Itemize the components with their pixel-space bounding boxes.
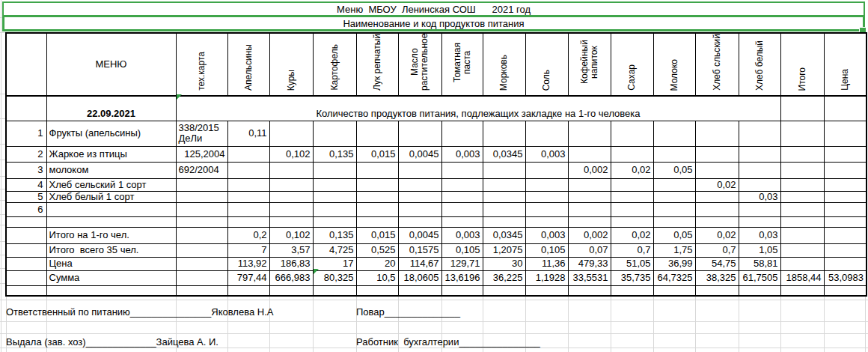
- value-cell[interactable]: 38,325: [695, 271, 739, 286]
- product-header-cell[interactable]: Картофель: [313, 33, 356, 96]
- value-cell[interactable]: [313, 203, 356, 217]
- value-cell[interactable]: 0,07: [568, 244, 611, 258]
- value-cell[interactable]: [525, 286, 568, 296]
- value-cell[interactable]: [824, 286, 867, 296]
- value-cell[interactable]: 33,5531: [568, 271, 611, 286]
- value-cell[interactable]: [525, 217, 568, 228]
- row-number-cell[interactable]: [6, 258, 46, 271]
- value-cell[interactable]: [483, 178, 525, 191]
- value-cell[interactable]: [695, 146, 739, 162]
- value-cell[interactable]: [313, 286, 356, 296]
- value-cell[interactable]: [611, 146, 653, 162]
- value-cell[interactable]: 797,44: [227, 271, 269, 286]
- row-number-cell[interactable]: 6: [6, 203, 46, 217]
- value-cell[interactable]: [269, 217, 313, 228]
- value-cell[interactable]: 0,7: [695, 244, 739, 258]
- value-cell[interactable]: 114,67: [398, 258, 441, 271]
- value-cell[interactable]: 0,7: [611, 244, 653, 258]
- product-header-cell[interactable]: Куры: [269, 33, 313, 96]
- value-cell[interactable]: [653, 217, 695, 228]
- value-cell[interactable]: 61,7505: [739, 271, 780, 286]
- value-cell[interactable]: 186,83: [269, 258, 313, 271]
- value-cell[interactable]: [227, 146, 269, 162]
- value-cell[interactable]: [227, 217, 269, 228]
- value-cell[interactable]: 0,105: [525, 244, 568, 258]
- value-cell[interactable]: 0,003: [525, 228, 568, 244]
- value-cell[interactable]: [780, 258, 824, 271]
- value-cell[interactable]: 0,525: [356, 244, 398, 258]
- product-header-cell[interactable]: Лук репчатый: [356, 33, 398, 96]
- value-cell[interactable]: [269, 178, 313, 191]
- value-cell[interactable]: [780, 191, 824, 202]
- product-header-cell[interactable]: тех.карта: [176, 33, 227, 96]
- value-cell[interactable]: 666,983: [269, 271, 313, 286]
- value-cell[interactable]: 30: [483, 258, 525, 271]
- tech-card-cell[interactable]: 125,2004: [176, 146, 227, 162]
- value-cell[interactable]: 0,105: [441, 244, 483, 258]
- value-cell[interactable]: [653, 121, 695, 146]
- value-cell[interactable]: 17: [313, 258, 356, 271]
- product-header-cell[interactable]: Апельсины: [227, 33, 269, 96]
- value-cell[interactable]: 0,02: [611, 228, 653, 244]
- value-cell[interactable]: 0,05: [653, 228, 695, 244]
- value-cell[interactable]: [525, 178, 568, 191]
- value-cell[interactable]: [313, 121, 356, 146]
- value-cell[interactable]: [483, 121, 525, 146]
- value-cell[interactable]: 0,02: [695, 178, 739, 191]
- product-header-cell[interactable]: Кофейный напиток: [568, 33, 611, 96]
- tech-card-cell[interactable]: [176, 286, 227, 296]
- value-cell[interactable]: [824, 228, 867, 244]
- row-number-cell[interactable]: [6, 244, 46, 258]
- value-cell[interactable]: [824, 178, 867, 191]
- value-cell[interactable]: 0,102: [269, 146, 313, 162]
- product-header-cell[interactable]: Морковь: [483, 33, 525, 96]
- value-cell[interactable]: [356, 178, 398, 191]
- value-cell[interactable]: [824, 217, 867, 228]
- row-number-cell[interactable]: [6, 286, 46, 296]
- row-number-cell[interactable]: [6, 96, 46, 121]
- value-cell[interactable]: [313, 178, 356, 191]
- tech-card-cell[interactable]: [176, 271, 227, 286]
- subtitle-cell[interactable]: Количество продуктов питания, подлежащих…: [176, 96, 780, 121]
- value-cell[interactable]: [653, 146, 695, 162]
- value-cell[interactable]: 0,0045: [398, 146, 441, 162]
- value-cell[interactable]: [441, 121, 483, 146]
- value-cell[interactable]: [824, 146, 867, 162]
- signature-issued-by[interactable]: Выдала (зав. хоз)_____________Зайцева А.…: [6, 336, 218, 348]
- value-cell[interactable]: [269, 162, 313, 178]
- value-cell[interactable]: 0,02: [695, 228, 739, 244]
- value-cell[interactable]: [568, 191, 611, 202]
- value-cell[interactable]: [483, 203, 525, 217]
- value-cell[interactable]: 129,71: [441, 258, 483, 271]
- value-cell[interactable]: [695, 286, 739, 296]
- row-number-cell[interactable]: 1: [6, 121, 46, 146]
- product-header-cell[interactable]: Соль: [525, 33, 568, 96]
- value-cell[interactable]: [739, 217, 780, 228]
- dish-name-cell[interactable]: Сумма: [46, 271, 176, 286]
- corner-cell[interactable]: [6, 33, 46, 96]
- value-cell[interactable]: [441, 203, 483, 217]
- value-cell[interactable]: [398, 121, 441, 146]
- value-cell[interactable]: [568, 178, 611, 191]
- signature-accountant[interactable]: Работник бухгалтерии_______________: [356, 336, 540, 348]
- dish-name-cell[interactable]: Хлеб сельский 1 сорт: [46, 178, 176, 191]
- product-header-cell[interactable]: Хлеб сльский: [695, 33, 739, 96]
- value-cell[interactable]: [525, 203, 568, 217]
- value-cell[interactable]: [780, 217, 824, 228]
- value-cell[interactable]: [739, 146, 780, 162]
- value-cell[interactable]: [695, 191, 739, 202]
- row-number-cell[interactable]: 5: [6, 191, 46, 202]
- value-cell[interactable]: [398, 162, 441, 178]
- value-cell[interactable]: 1,1928: [525, 271, 568, 286]
- value-cell[interactable]: 0,015: [356, 146, 398, 162]
- value-cell[interactable]: [227, 178, 269, 191]
- value-cell[interactable]: 80,325: [313, 271, 356, 286]
- value-cell[interactable]: [313, 217, 356, 228]
- dish-name-cell[interactable]: [46, 286, 176, 296]
- value-cell[interactable]: [525, 121, 568, 146]
- value-cell[interactable]: [780, 162, 824, 178]
- product-header-cell[interactable]: Цена: [824, 33, 867, 96]
- product-header-cell[interactable]: Сахар: [611, 33, 653, 96]
- value-cell[interactable]: [611, 286, 653, 296]
- product-header-cell[interactable]: Молоко: [653, 33, 695, 96]
